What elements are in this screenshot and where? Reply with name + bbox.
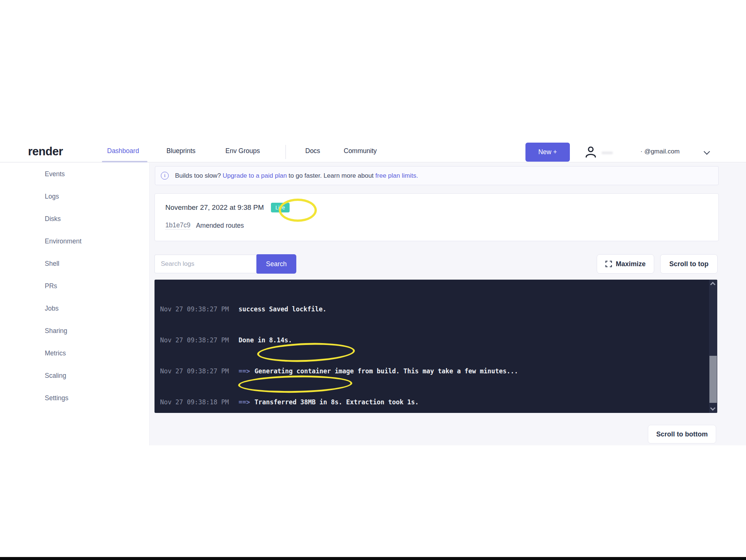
account-email[interactable]: · @gmail.com (640, 148, 680, 155)
render-dashboard-page: render Dashboard Blueprints Env Groups D… (0, 0, 746, 560)
sidebar-item-events[interactable]: Events (0, 163, 149, 185)
sidebar-item-sharing[interactable]: Sharing (0, 320, 149, 342)
free-plan-limits-link[interactable]: free plan limits. (375, 172, 418, 179)
commit-message: Amended routes (196, 222, 244, 230)
deploy-date: November 27, 2022 at 9:38 PM (165, 203, 264, 212)
log-line: Nov 27 09:38:27 PM==>Generating containe… (160, 366, 702, 377)
deploy-commit-row: 1b1e7c9 Amended routes (165, 221, 244, 230)
search-logs-input[interactable] (154, 255, 256, 273)
nav-divider (285, 145, 286, 159)
nav-tab-blueprints[interactable]: Blueprints (166, 147, 196, 155)
render-logo[interactable]: render (28, 145, 63, 158)
bottom-black-bar (0, 557, 746, 560)
scroll-to-top-button[interactable]: Scroll to top (660, 254, 718, 274)
live-status-badge: Live (271, 203, 290, 212)
nav-tab-docs[interactable]: Docs (305, 147, 320, 155)
log-terminal[interactable]: Nov 27 09:38:27 PMsuccess Saved lockfile… (154, 280, 717, 413)
logs-content-area: Builds too slow? Upgrade to a paid plan … (149, 163, 746, 445)
sidebar-item-settings[interactable]: Settings (0, 387, 149, 409)
log-lines: Nov 27 09:38:27 PMsuccess Saved lockfile… (154, 280, 717, 413)
deploy-header-row: November 27, 2022 at 9:38 PM Live (165, 203, 290, 212)
nav-tab-env-groups[interactable]: Env Groups (225, 147, 260, 155)
scrollbar-thumb[interactable] (709, 356, 717, 403)
log-arrow: ==> (238, 398, 250, 406)
sidebar-item-prs[interactable]: PRs (0, 275, 149, 297)
service-sidebar: Events Logs Disks Environment Shell PRs … (0, 163, 149, 445)
log-message: success Saved lockfile. (238, 305, 326, 313)
log-message: Transferred 38MB in 8s. Extraction took … (255, 398, 419, 406)
maximize-button[interactable]: Maximize (597, 254, 654, 274)
sidebar-item-metrics[interactable]: Metrics (0, 342, 149, 364)
sidebar-item-logs[interactable]: Logs (0, 185, 149, 208)
sidebar-item-scaling[interactable]: Scaling (0, 364, 149, 387)
scrollbar-up-arrow-icon[interactable] (710, 282, 715, 287)
log-timestamp: Nov 27 09:38:27 PM (160, 305, 229, 313)
log-line: Nov 27 09:38:18 PM==>Transferred 38MB in… (160, 397, 702, 408)
commit-hash-link[interactable]: 1b1e7c9 (165, 221, 190, 230)
log-line: Nov 27 09:38:27 PMDone in 8.14s. (160, 335, 702, 346)
upgrade-banner: Builds too slow? Upgrade to a paid plan … (155, 166, 719, 185)
upgrade-plan-link[interactable]: Upgrade to a paid plan (223, 172, 287, 179)
person-icon[interactable] (584, 146, 597, 161)
new-button[interactable]: New + (525, 143, 570, 162)
info-icon (161, 172, 169, 180)
sidebar-item-shell[interactable]: Shell (0, 252, 149, 275)
redacted-username (602, 152, 613, 154)
terminal-scrollbar[interactable] (709, 280, 717, 413)
maximize-label: Maximize (616, 260, 646, 268)
banner-text-middle: to go faster. Learn more about (287, 172, 375, 179)
expand-icon (605, 261, 612, 267)
banner-text: Builds too slow? Upgrade to a paid plan … (175, 172, 418, 180)
nav-tab-community[interactable]: Community (344, 147, 377, 155)
scrollbar-down-arrow-icon[interactable] (710, 405, 715, 411)
sidebar-item-environment[interactable]: Environment (0, 230, 149, 252)
sidebar-item-disks[interactable]: Disks (0, 208, 149, 230)
log-line: Nov 27 09:38:27 PMsuccess Saved lockfile… (160, 304, 702, 315)
log-arrow: ==> (238, 367, 250, 375)
top-nav-bar: render Dashboard Blueprints Env Groups D… (0, 142, 746, 162)
deploy-card: November 27, 2022 at 9:38 PM Live 1b1e7c… (154, 193, 719, 241)
search-button[interactable]: Search (256, 254, 296, 274)
banner-text-before: Builds too slow? (175, 172, 223, 179)
log-message: Done in 8.14s. (238, 336, 292, 344)
log-message: Generating container image from build. T… (255, 367, 518, 375)
chevron-down-icon[interactable] (704, 149, 710, 155)
sidebar-item-jobs[interactable]: Jobs (0, 297, 149, 320)
log-timestamp: Nov 27 09:38:18 PM (160, 398, 229, 406)
nav-tab-dashboard[interactable]: Dashboard (107, 147, 139, 155)
log-timestamp: Nov 27 09:38:27 PM (160, 336, 229, 344)
active-tab-indicator (102, 161, 147, 162)
log-timestamp: Nov 27 09:38:27 PM (160, 367, 229, 375)
scroll-to-bottom-button[interactable]: Scroll to bottom (648, 425, 716, 444)
